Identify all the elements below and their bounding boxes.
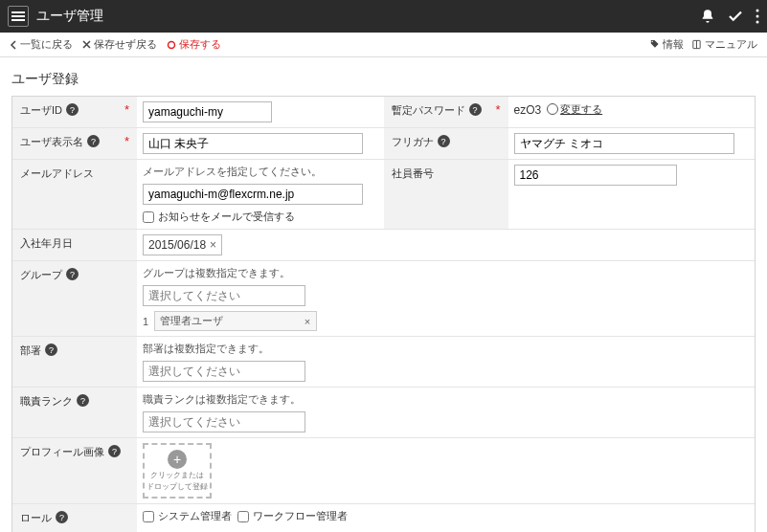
svg-point-1 bbox=[756, 15, 759, 18]
help-icon[interactable]: ? bbox=[66, 103, 79, 116]
rank-select[interactable] bbox=[143, 411, 305, 432]
furigana-input[interactable] bbox=[514, 133, 734, 154]
help-icon[interactable]: ? bbox=[77, 394, 89, 407]
menu-icon[interactable] bbox=[8, 6, 29, 27]
label-role: ロール ? bbox=[12, 504, 137, 532]
svg-point-3 bbox=[169, 41, 175, 48]
back-label: 一覧に戻る bbox=[20, 37, 73, 52]
discard-button[interactable]: 保存せず戻る bbox=[82, 37, 157, 52]
rank-note: 職責ランクは複数指定できます。 bbox=[143, 392, 301, 407]
email-input[interactable] bbox=[143, 184, 363, 205]
help-icon[interactable]: ? bbox=[438, 135, 450, 147]
check-icon[interactable] bbox=[727, 8, 744, 25]
save-button[interactable]: 保存する bbox=[167, 37, 221, 52]
label-emp-no: 社員番号 bbox=[384, 160, 508, 229]
group-tag: 管理者ユーザ × bbox=[154, 311, 317, 331]
manual-label: マニュアル bbox=[705, 37, 757, 52]
help-icon[interactable]: ? bbox=[45, 344, 57, 356]
email-note: メールアドレスを指定してください。 bbox=[143, 165, 322, 179]
label-furigana: フリガナ ? bbox=[384, 128, 508, 159]
back-button[interactable]: 一覧に戻る bbox=[10, 37, 73, 52]
change-password-link[interactable]: 変更する bbox=[547, 102, 602, 117]
more-icon[interactable] bbox=[756, 9, 759, 24]
svg-point-0 bbox=[756, 10, 759, 12]
label-department: 部署 ? bbox=[12, 337, 137, 387]
header-actions bbox=[700, 8, 759, 25]
page-title: ユーザ管理 bbox=[36, 8, 700, 25]
required-mark: * bbox=[124, 103, 129, 116]
tag-icon bbox=[649, 39, 660, 50]
section-title: ユーザ登録 bbox=[11, 65, 756, 96]
chevron-left-icon bbox=[10, 40, 17, 50]
help-icon[interactable]: ? bbox=[108, 445, 121, 457]
required-mark: * bbox=[124, 135, 129, 147]
help-icon[interactable]: ? bbox=[87, 135, 100, 147]
plus-icon: + bbox=[168, 450, 187, 469]
department-select[interactable] bbox=[143, 361, 305, 382]
info-label: 情報 bbox=[663, 37, 684, 52]
user-form: ユーザID ? * 暫定パスワード ? * ezO3 変更する bbox=[11, 96, 756, 532]
label-profile-image: プロフィール画像 ? bbox=[12, 438, 137, 503]
temp-password-value: ezO3 bbox=[514, 101, 542, 117]
label-display-name: ユーザ表示名 ? * bbox=[12, 128, 137, 159]
label-join-date: 入社年月日 bbox=[12, 230, 137, 260]
role-workflow-check[interactable]: ワークフロー管理者 bbox=[237, 509, 348, 523]
label-group: グループ ? bbox=[12, 261, 137, 336]
join-date-input[interactable]: 2015/06/18 × bbox=[143, 234, 222, 255]
email-optin-check[interactable]: お知らせをメールで受信する bbox=[143, 210, 295, 224]
info-link[interactable]: 情報 bbox=[649, 37, 684, 52]
save-label: 保存する bbox=[179, 37, 221, 52]
refresh-icon bbox=[547, 103, 558, 115]
group-tag-index: 1 bbox=[143, 316, 148, 327]
svg-point-2 bbox=[756, 21, 759, 24]
label-email: メールアドレス bbox=[12, 160, 137, 229]
group-note: グループは複数指定できます。 bbox=[143, 266, 290, 280]
help-icon[interactable]: ? bbox=[469, 103, 482, 116]
bell-icon[interactable] bbox=[700, 9, 715, 24]
emp-no-input[interactable] bbox=[514, 165, 677, 186]
close-icon bbox=[82, 40, 91, 49]
clear-date-icon[interactable]: × bbox=[210, 238, 216, 252]
action-toolbar: 一覧に戻る 保存せず戻る 保存する 情報 マニュアル bbox=[0, 33, 767, 57]
help-icon[interactable]: ? bbox=[66, 268, 79, 280]
role-sysadmin-check[interactable]: システム管理者 bbox=[143, 509, 232, 523]
help-icon[interactable]: ? bbox=[56, 511, 68, 523]
circle-icon bbox=[167, 40, 176, 50]
group-select[interactable] bbox=[143, 285, 305, 306]
app-header: ユーザ管理 bbox=[0, 0, 767, 33]
discard-label: 保存せず戻る bbox=[94, 37, 157, 52]
dept-note: 部署は複数指定できます。 bbox=[143, 342, 269, 356]
label-user-id: ユーザID ? * bbox=[12, 97, 137, 127]
profile-image-dropzone[interactable]: + クリックまたは ドロップして登録 bbox=[143, 443, 212, 499]
remove-tag-icon[interactable]: × bbox=[305, 316, 310, 327]
display-name-input[interactable] bbox=[143, 133, 363, 154]
book-icon bbox=[691, 39, 702, 50]
user-id-input[interactable] bbox=[143, 101, 272, 122]
required-mark: * bbox=[495, 103, 500, 116]
label-rank: 職責ランク ? bbox=[12, 388, 137, 437]
label-temp-password: 暫定パスワード ? * bbox=[384, 97, 508, 127]
manual-link[interactable]: マニュアル bbox=[691, 37, 757, 52]
